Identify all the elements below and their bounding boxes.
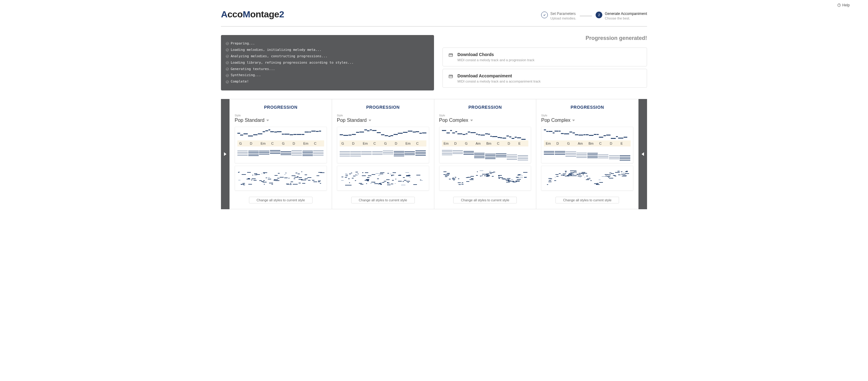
header: AccoMontage2 Set Parameters Upload melod… xyxy=(221,0,647,27)
style-select[interactable]: Pop Complex xyxy=(439,118,531,123)
chord-labels: EmDGAmBmCDE xyxy=(544,140,630,146)
step-generate-accompaniment[interactable]: 2 Generate Accompaniment Choose the best… xyxy=(596,11,647,20)
progression-card: PROGRESSIONStylePop StandardGDEmCGDEmCCh… xyxy=(332,99,434,209)
change-style-button[interactable]: Change all styles to current style xyxy=(351,197,415,203)
midi-icon xyxy=(448,53,453,59)
console-line: Complete! xyxy=(226,79,429,85)
svg-marker-17 xyxy=(642,152,644,156)
step-divider xyxy=(580,16,592,16)
console-line: Loading library, refining progressions a… xyxy=(226,60,429,66)
console-log: Preparing... Loading melodies, initializ… xyxy=(221,35,434,90)
step-number-icon: 2 xyxy=(596,11,602,18)
carousel-prev-button[interactable] xyxy=(221,99,229,209)
style-label: Style xyxy=(235,114,327,117)
download-sub: MIDI consist a melody track and a accomp… xyxy=(458,80,540,83)
card-header: PROGRESSION xyxy=(439,105,531,110)
card-header: PROGRESSION xyxy=(235,105,327,110)
check-icon xyxy=(541,11,548,18)
check-circle-icon xyxy=(226,61,229,64)
carousel-next-button[interactable] xyxy=(639,99,647,209)
svg-point-1 xyxy=(839,6,839,6)
generated-title: Progression generated! xyxy=(586,35,647,41)
chevron-left-icon xyxy=(642,152,644,156)
style-label: Style xyxy=(541,114,633,117)
svg-marker-13 xyxy=(266,120,269,121)
check-circle-icon xyxy=(226,49,229,52)
help-link[interactable]: Help xyxy=(837,3,850,7)
check-circle-icon xyxy=(226,80,229,83)
chord-labels: EmDGAmBmCDE xyxy=(442,140,529,146)
texture-viz xyxy=(439,166,531,190)
melody-viz: GDEmCGDEmC xyxy=(235,127,327,163)
chevron-down-icon xyxy=(266,119,269,122)
svg-marker-12 xyxy=(224,152,226,156)
download-title: Download Accompaniment xyxy=(458,74,540,78)
download-title: Download Chords xyxy=(458,52,534,57)
check-circle-icon xyxy=(226,68,229,71)
check-circle-icon xyxy=(226,55,229,58)
chord-labels: GDEmCGDEmC xyxy=(238,140,324,146)
svg-marker-15 xyxy=(470,120,473,121)
style-select[interactable]: Pop Standard xyxy=(337,118,429,123)
download-accompaniment-button[interactable]: Download Accompaniment MIDI consist a me… xyxy=(442,69,647,88)
progression-card: PROGRESSIONStylePop StandardGDEmCGDEmCCh… xyxy=(229,99,332,209)
console-line: Loading melodies, initializing melody me… xyxy=(226,47,429,53)
melody-viz: EmDGAmBmCDE xyxy=(541,127,633,163)
svg-marker-14 xyxy=(369,120,371,121)
console-line: Generating textures... xyxy=(226,66,429,72)
card-header: PROGRESSION xyxy=(541,105,633,110)
help-label: Help xyxy=(842,3,850,7)
style-select[interactable]: Pop Complex xyxy=(541,118,633,123)
svg-marker-16 xyxy=(572,120,575,121)
style-value: Pop Complex xyxy=(541,118,570,123)
midi-icon xyxy=(448,74,453,80)
steps: Set Parameters Upload melodies. 2 Genera… xyxy=(541,11,647,20)
chord-labels: GDEmCGDEmC xyxy=(340,140,426,146)
card-header: PROGRESSION xyxy=(337,105,429,110)
style-value: Pop Complex xyxy=(439,118,468,123)
progression-card: PROGRESSIONStylePop ComplexEmDGAmBmCDECh… xyxy=(434,99,536,209)
step-set-parameters[interactable]: Set Parameters Upload melodies. xyxy=(541,11,576,20)
change-style-button[interactable]: Change all styles to current style xyxy=(555,197,619,203)
progression-card: PROGRESSIONStylePop ComplexEmDGAmBmCDECh… xyxy=(536,99,639,209)
texture-viz xyxy=(235,166,327,190)
style-label: Style xyxy=(439,114,531,117)
texture-viz xyxy=(541,166,633,190)
melody-viz: EmDGAmBmCDE xyxy=(439,127,531,163)
style-label: Style xyxy=(337,114,429,117)
download-sub: MIDI consist a melody track and a progre… xyxy=(458,58,534,62)
style-value: Pop Standard xyxy=(337,118,367,123)
style-value: Pop Standard xyxy=(235,118,265,123)
check-circle-icon xyxy=(226,42,229,45)
console-line: Analyzing melodies, constructing progres… xyxy=(226,53,429,60)
logo: AccoMontage2 xyxy=(221,9,284,20)
texture-viz xyxy=(337,166,429,190)
chevron-down-icon xyxy=(470,119,473,122)
help-icon xyxy=(837,3,841,7)
change-style-button[interactable]: Change all styles to current style xyxy=(453,197,517,203)
chevron-down-icon xyxy=(369,119,371,122)
step-sub: Choose the best. xyxy=(605,17,647,20)
download-chords-button[interactable]: Download Chords MIDI consist a melody tr… xyxy=(442,48,647,66)
chevron-right-icon xyxy=(224,152,226,156)
step-sub: Upload melodies. xyxy=(550,17,576,20)
step-title: Generate Accompaniment xyxy=(605,11,647,16)
check-circle-icon xyxy=(226,74,229,77)
console-line: Synthesizing... xyxy=(226,72,429,79)
change-style-button[interactable]: Change all styles to current style xyxy=(249,197,313,203)
console-line: Preparing... xyxy=(226,40,429,47)
chevron-down-icon xyxy=(572,119,575,122)
step-title: Set Parameters xyxy=(550,11,576,16)
melody-viz: GDEmCGDEmC xyxy=(337,127,429,163)
style-select[interactable]: Pop Standard xyxy=(235,118,327,123)
